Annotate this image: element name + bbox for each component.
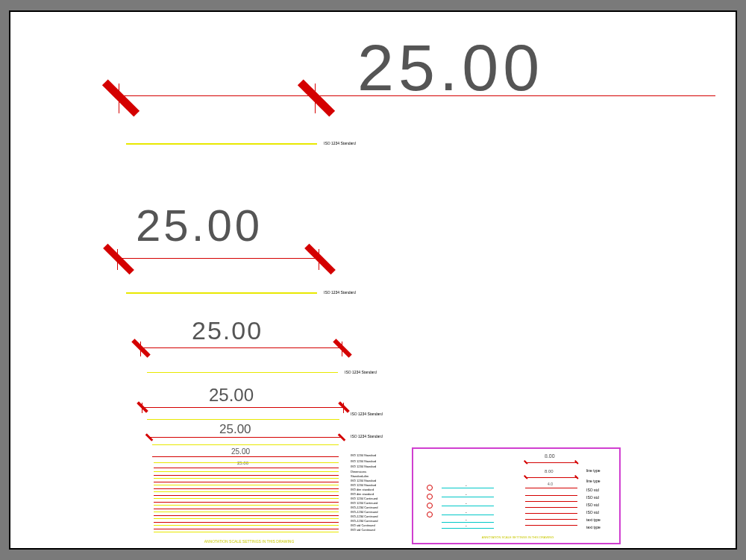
leg-r-3: ISO std — [586, 495, 599, 500]
leg-dim1-text: 8.00 — [545, 453, 555, 459]
dim7-value: 25.00 — [237, 461, 248, 465]
ref-line-5y — [147, 419, 339, 420]
stack-label-9: ISO 1234 Continued — [351, 501, 377, 505]
stack-label-11: ISO-1234 Continued — [351, 510, 377, 514]
stack-label-10: ISO-1234 Continued — [351, 506, 377, 509]
leg-badge-3 — [427, 512, 433, 517]
dim3-value: 25.00 — [192, 316, 263, 345]
ref-label-3: ISO 1234 Standard — [345, 370, 377, 374]
ref-label-2: ISO 1234 Standard — [324, 290, 356, 295]
legend-box: 8.00 8.00 4.0 line type line type ISO st… — [412, 447, 621, 544]
leg-dim2-line — [525, 477, 577, 478]
dim2-tick-left — [103, 244, 134, 275]
ref-label-1: ISO 1234 Standard — [324, 141, 356, 145]
leg-dim3-line — [525, 488, 577, 488]
ref-label-4: ISO 1234 Standard — [351, 412, 383, 416]
leg-l-1: - — [466, 492, 467, 497]
dim1-value: 25.00 — [357, 30, 544, 106]
stack-label-4: ISO 1234 Standard — [351, 479, 376, 482]
leg-r-0: line type — [586, 468, 601, 473]
leg-l-5: - — [466, 523, 467, 528]
dim1-tick-right — [298, 79, 335, 116]
stack-label-5: ISO 1234 Standard — [351, 483, 376, 487]
leg-r-2: ISO std — [586, 488, 599, 492]
ref-line-3 — [147, 372, 338, 373]
leg-r-6: text type — [586, 517, 601, 522]
leg-l-2: - — [466, 501, 467, 506]
dim4-line — [142, 407, 345, 408]
ref-line-1 — [126, 143, 317, 145]
ref-label-5: ISO 1234 Standard — [351, 434, 383, 438]
leg-r-7: text type — [586, 525, 601, 529]
stack-label-6: ISO dim standard — [351, 488, 374, 491]
ref-label-6: ISO 1234 Standard — [351, 453, 376, 457]
dim4-value: 25.00 — [209, 385, 254, 406]
dim6-line — [152, 456, 339, 457]
ref-line-2 — [126, 292, 317, 294]
dim5-line — [149, 437, 342, 438]
leg-l-4: - — [466, 517, 467, 522]
leg-l-0: - — [466, 483, 467, 488]
stack-label-12: ISO-1234 Continued — [351, 515, 377, 518]
stack-label-1: ISO 1234 Standard — [351, 465, 376, 468]
stack-label-3: Standard-dim — [351, 474, 369, 478]
stack-label-7: ISO dim standard — [351, 492, 374, 496]
leg-r-1: line type — [586, 479, 601, 483]
leg-badge-1 — [427, 494, 433, 500]
dim5-value: 25.00 — [219, 422, 251, 437]
dim3-tick-left — [131, 339, 150, 357]
legend-footer: ANNOTATION SCALE SETTINGS IN THIS DRAWIN… — [466, 535, 570, 539]
dim2-line — [117, 258, 320, 259]
stack-label-8: ISO 1234 Continued — [351, 497, 377, 500]
dim1-tick-left — [102, 79, 140, 116]
dim3-line — [140, 347, 343, 348]
footer-text: ANNOTATION SCALE SETTINGS IN THIS DRAWIN… — [189, 539, 309, 544]
stack-label-13: ISO-1234 Continued — [351, 519, 377, 523]
leg-dim1-line — [525, 462, 577, 463]
leg-l-3: - — [466, 510, 467, 515]
leg-badge-2 — [427, 503, 433, 509]
stack-label-15: ISO std Continued — [351, 528, 375, 532]
leg-r-5: ISO std — [586, 510, 599, 515]
dim3-tick-right — [333, 339, 351, 357]
dim6-value: 25.00 — [231, 447, 250, 456]
leg-r-4: ISO std — [586, 503, 599, 507]
drawing-canvas: 25.00 ISO 1234 Standard 25.00 ISO 1234 S… — [9, 10, 737, 550]
stack-label-14: ISO std Continued — [351, 523, 375, 527]
leg-dim3-text: 4.0 — [548, 482, 553, 486]
stack-label-0: ISO 1234 Standard — [351, 459, 376, 463]
stack-label-2: Dimensions — [351, 470, 366, 474]
ref-line-6y — [152, 444, 339, 445]
leg-badge-0 — [427, 485, 433, 491]
dim2-value: 25.00 — [136, 200, 263, 251]
leg-dim2-text: 8.00 — [545, 469, 554, 474]
dim2-tick-right — [304, 244, 336, 275]
